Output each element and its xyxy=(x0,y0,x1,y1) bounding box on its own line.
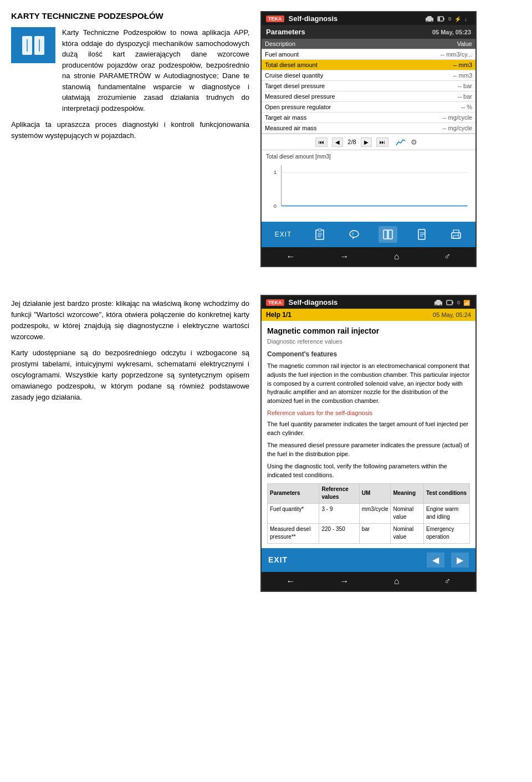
svg-rect-10 xyxy=(443,18,444,20)
phone1-user-btn[interactable]: ♂ xyxy=(444,252,451,262)
phone2-titlebar: TEKA Self-diagnosis 0 📶 xyxy=(262,296,475,309)
svg-marker-6 xyxy=(427,16,432,18)
svg-point-38 xyxy=(458,234,459,235)
params-row: Target diesel pressure -- bar xyxy=(262,81,475,91)
battery-icon xyxy=(437,16,445,22)
svg-rect-2 xyxy=(32,36,34,55)
bottom-paragraph-2: Karty udostępniane są do bezpośredniego … xyxy=(11,347,249,403)
phone1-forward-btn[interactable]: → xyxy=(340,252,349,262)
ref-values: 3 - 9 xyxy=(319,503,359,523)
phone2-forward-btn[interactable]: → xyxy=(340,576,349,586)
exit-next-btn[interactable]: ▶ xyxy=(451,553,469,568)
svg-rect-29 xyxy=(388,230,392,239)
svg-marker-26 xyxy=(352,237,354,239)
teka-badge-2: TEKA xyxy=(266,299,284,306)
bottom-paragraph-1: Jej działanie jest bardzo proste: klikaj… xyxy=(11,298,249,343)
settings-icon: ⚙ xyxy=(411,136,422,147)
help-subtitle: Diagnostic reference values xyxy=(267,338,470,346)
phone2-user-btn[interactable]: ♂ xyxy=(444,576,451,586)
last-page-btn[interactable]: ⏭ xyxy=(376,137,388,147)
book-toolbar-icon xyxy=(382,228,394,241)
ref-text3: Using the diagnostic tool, verify the fo… xyxy=(267,462,470,480)
ref-table-header: Parameters xyxy=(268,483,319,503)
phone1-app-name: Self-diagnosis xyxy=(289,14,338,23)
section1-text: The magnetic common rail injector is an … xyxy=(267,362,470,406)
phone-screen-1: TEKA Self-diagnosis 0 ⚡ ↓ Parameters 05 … xyxy=(260,11,477,267)
toolbar-book-btn[interactable] xyxy=(378,226,397,243)
phone2-app-name: Self-diagnosis xyxy=(289,298,338,306)
param-label: Target diesel pressure xyxy=(262,81,404,91)
chart-svg: 1 0 xyxy=(264,161,473,216)
phone1-status-icons: 0 ⚡ ↓ xyxy=(425,16,471,22)
intro-row: Karty Techniczne Podzespołów to nowa apl… xyxy=(11,27,249,114)
svg-text:0: 0 xyxy=(274,203,277,209)
params-row: Target air mass -- mg/cycle xyxy=(262,113,475,123)
car-icon-2 xyxy=(434,299,443,306)
exit-bar: EXIT ◀ ▶ xyxy=(262,548,475,572)
svg-text:↓: ↓ xyxy=(464,16,467,22)
ref-link: Reference values for the self-diagnosis xyxy=(267,409,470,418)
svg-text:⚡: ⚡ xyxy=(454,16,461,22)
bottom-left-panel: Jej działanie jest bardzo proste: klikaj… xyxy=(11,295,249,592)
phone1-header-label: Parameters xyxy=(266,28,305,36)
ref-table-header: UM xyxy=(359,483,391,503)
toolbar-clipboard-btn[interactable] xyxy=(310,226,329,243)
prev-page-btn[interactable]: ◀ xyxy=(332,137,343,147)
col-value: Value xyxy=(404,39,475,49)
phone2-status-icons: 0 📶 xyxy=(434,299,471,306)
param-value: -- bar xyxy=(404,91,475,102)
params-table: Description Value Fuel amount -- mm3/cy.… xyxy=(262,39,475,134)
exit-button[interactable]: EXIT xyxy=(268,555,288,564)
phone1-header: Parameters 05 May, 05:23 xyxy=(262,25,475,39)
param-value: -- mg/cycle xyxy=(404,123,475,134)
phone1-home-btn[interactable]: ⌂ xyxy=(394,252,400,262)
signal-icon: ⚡ xyxy=(454,16,461,22)
ref-meaning: Nominal value xyxy=(391,503,424,523)
phone2-datetime: 05 May, 05:24 xyxy=(433,311,471,318)
toolbar-doc-btn[interactable] xyxy=(413,226,432,243)
ref-conditions: Emergency operation xyxy=(424,523,470,543)
battery-icon-2 xyxy=(446,299,454,306)
svg-rect-28 xyxy=(383,230,387,239)
car-icon xyxy=(425,16,434,22)
ref-table-row: Measured diesel pressure** 220 - 350 bar… xyxy=(268,523,470,543)
phone1-titlebar: TEKA Self-diagnosis 0 ⚡ ↓ xyxy=(262,12,475,25)
ref-um: mm3/cycle xyxy=(359,503,391,523)
params-row: Total diesel amount -- mm3 xyxy=(262,60,475,70)
param-label: Fuel amount xyxy=(262,49,404,60)
chart-icon xyxy=(395,136,406,147)
svg-rect-44 xyxy=(452,301,453,304)
chart-area: Total diesel amount [mm3] 1 0 xyxy=(262,150,475,222)
param-label: Open pressure regulator xyxy=(262,102,404,113)
print-icon xyxy=(450,228,462,241)
doc-icon xyxy=(416,228,428,241)
exit-prev-btn[interactable]: ◀ xyxy=(427,553,444,568)
ref-text1: The fuel quantity parameter indicates th… xyxy=(267,420,470,438)
toolbar-chat-btn[interactable]: ? xyxy=(345,226,364,243)
intro-paragraph-2: Aplikacja ta upraszcza proces diagnostyk… xyxy=(11,119,249,141)
bottom-section: Jej działanie jest bardzo proste: klikaj… xyxy=(0,284,532,603)
ref-values: 220 - 350 xyxy=(319,523,359,543)
param-value: -- mg/cycle xyxy=(404,113,475,123)
svg-rect-43 xyxy=(447,300,452,305)
toolbar-print-btn[interactable] xyxy=(447,226,466,243)
phone1-datetime: 05 May, 05:23 xyxy=(432,29,471,35)
ref-param: Measured diesel pressure** xyxy=(268,523,319,543)
phone2-back-btn[interactable]: ← xyxy=(287,576,295,586)
right-panel-phone2: TEKA Self-diagnosis 0 📶 Help 1/1 05 May,… xyxy=(260,295,477,592)
ref-param: Fuel quantity* xyxy=(268,503,319,523)
param-label: Cruise diesel quantity xyxy=(262,70,404,81)
ref-table-header: Test conditions xyxy=(424,483,470,503)
ref-table-header: Reference values xyxy=(319,483,359,503)
param-value: -- mm3 xyxy=(404,70,475,81)
toolbar-exit-btn[interactable]: EXIT xyxy=(272,228,295,241)
download-icon: ↓ xyxy=(464,16,471,22)
next-page-btn[interactable]: ▶ xyxy=(361,137,372,147)
phone2-home-btn[interactable]: ⌂ xyxy=(394,576,400,586)
reference-table: ParametersReference valuesUMMeaningTest … xyxy=(267,483,470,544)
param-label: Total diesel amount xyxy=(262,60,404,70)
param-value: -- mm3 xyxy=(404,60,475,70)
first-page-btn[interactable]: ⏮ xyxy=(315,137,328,147)
phone1-back-btn[interactable]: ← xyxy=(287,252,295,262)
clipboard-icon xyxy=(314,228,326,241)
